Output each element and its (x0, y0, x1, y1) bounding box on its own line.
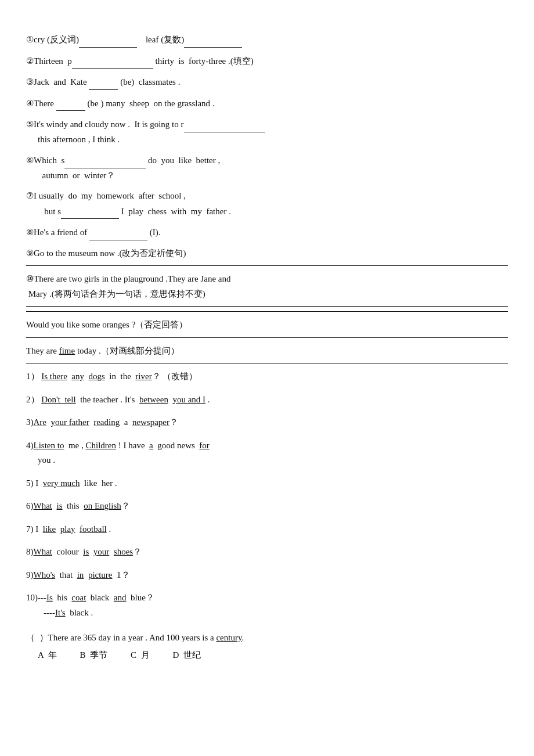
item-8: ⑧He's a friend of (I). (26, 225, 508, 240)
correction-10-line2: ----It's black . (44, 606, 508, 621)
correction-9: 9)Who's that in picture 1？ (26, 568, 508, 583)
item-1: ①cry (反义词) leaf (复数) (26, 32, 508, 48)
correction-num: 1） (26, 372, 39, 381)
blank-8[interactable] (61, 204, 119, 219)
item-num: ⑩There are two girls in the plauground .… (26, 274, 230, 283)
blank-5[interactable] (56, 96, 85, 111)
item-num: ④There (26, 99, 54, 108)
item-10: ⑩There are two girls in the plauground .… (26, 272, 508, 312)
exercise-sheet: ①cry (反义词) leaf (复数) ②Thirteen p thirty … (26, 32, 508, 663)
blank-4[interactable] (89, 74, 118, 90)
blank-3[interactable] (72, 53, 153, 69)
correction-num: 8) (26, 547, 34, 556)
correction-7: 7) I like play football . (26, 522, 508, 537)
corrections-section: 1） Is there any dogs in the river？ （改错） … (26, 369, 508, 620)
item-special-2: They are fime today .（对画线部分提问） (26, 344, 508, 364)
correction-10-line1: 10)---Is his coat black and blue？ (26, 591, 508, 606)
item-6: ⑥Which s do you like better , autumn or … (26, 153, 508, 183)
answer-line-10a[interactable] (26, 306, 508, 307)
mc-option-a[interactable]: A 年 (38, 648, 57, 663)
mc-option-d[interactable]: D 世纪 (173, 648, 201, 663)
item-7: ⑦I usually do my homework after school ,… (26, 189, 508, 219)
mc-option-b[interactable]: B 季节 (80, 648, 108, 663)
blank-7[interactable] (64, 153, 146, 168)
mc-question: （ ）There are 365 day in a year . And 100… (26, 631, 508, 646)
correction-4: 4)Listen to me , Children ! I have a goo… (26, 438, 508, 468)
blank-9[interactable] (89, 225, 147, 240)
item-num: ⑨Go to the museum now .(改为否定祈使句) (26, 249, 186, 258)
item-5: ⑤It's windy and cloudy now . It is going… (26, 117, 508, 147)
correction-num: 10)--- (26, 593, 46, 602)
item-num: ②Thirteen p (26, 56, 72, 66)
correction-num: 4) (26, 441, 34, 450)
item-special-1: Would you like some oranges ?（否定回答） (26, 318, 508, 338)
item-9: ⑨Go to the museum now .(改为否定祈使句) (26, 246, 508, 267)
answer-line-s1[interactable] (26, 337, 508, 338)
answer-line-s2[interactable] (26, 363, 508, 363)
correction-2: 2） Don't tell the teacher . It's between… (26, 393, 508, 408)
item-num: ⑤It's windy and cloudy now . It is going… (26, 120, 184, 129)
correction-5: 5) I very much like her . (26, 476, 508, 491)
correction-10: 10)---Is his coat black and blue？ ----It… (26, 591, 508, 620)
correction-num: 6) (26, 501, 34, 510)
item-2: ②Thirteen p thirty is forty-three .(填空) (26, 53, 508, 69)
answer-line-10b[interactable] (26, 311, 508, 312)
correction-8: 8)What colour is your shoes？ (26, 545, 508, 560)
correction-num: 2） (26, 395, 39, 404)
item-num: ③Jack and Kate (26, 77, 87, 87)
correction-6: 6)What is this on English？ (26, 499, 508, 514)
blank-2[interactable] (184, 32, 242, 48)
correction-1: 1） Is there any dogs in the river？ （改错） (26, 369, 508, 384)
item-num: ⑧He's a friend of (26, 228, 87, 237)
mc-option-c[interactable]: C 月 (131, 648, 150, 663)
multiple-choice-section: （ ）There are 365 day in a year . And 100… (26, 631, 508, 663)
correction-num: 9) (26, 570, 34, 579)
item-num: ⑦I usually do my homework after school , (26, 191, 186, 200)
item-3: ③Jack and Kate (be) classmates . (26, 74, 508, 90)
correction-3: 3)Are your father reading a newspaper？ (26, 415, 508, 430)
item-num: ①cry (反义词) (26, 35, 79, 44)
answer-line-9[interactable] (26, 265, 508, 266)
item-num: ⑥Which s (26, 156, 64, 165)
correction-num: 7) I (26, 524, 38, 534)
mc-options: A 年 B 季节 C 月 D 世纪 (38, 648, 508, 663)
item-4: ④There (be ) many sheep on the grassland… (26, 96, 508, 111)
fill-blank-section: ①cry (反义词) leaf (复数) ②Thirteen p thirty … (26, 32, 508, 363)
correction-num: 5) I (26, 478, 38, 488)
correction-num: 3) (26, 417, 34, 427)
blank-6[interactable] (184, 117, 265, 132)
blank-1[interactable] (79, 32, 137, 48)
